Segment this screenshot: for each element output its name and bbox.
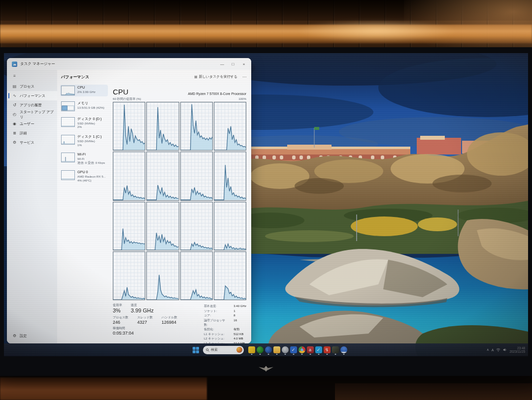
taskbar-app-red-square-app-icon[interactable]: a	[306, 345, 314, 355]
sidebar-item-settings[interactable]: ⚙ 設定	[7, 331, 57, 340]
startup-apps-icon: ◴	[12, 112, 17, 117]
cpu-stats: 使用率 3% 速度 3.99 GHz	[113, 303, 246, 341]
wifi-mini-graph	[61, 153, 75, 162]
taskbar: 検索 ✓a✓↯ ∧ A 23:48 2023/11/25	[4, 343, 528, 356]
titlebar[interactable]: タスク マネージャー — □ ×	[7, 58, 251, 70]
perf-card-wifi[interactable]: Wi-Fi Wi-Fi 送信: 0 受信: 0 Kbps	[60, 152, 108, 165]
cpu-core-graph-10[interactable]	[180, 202, 213, 250]
app-history-icon: ↺	[12, 103, 17, 107]
cpu-core-graph-15[interactable]	[214, 251, 246, 300]
sidebar-item-users[interactable]: ◉ ユーザー	[7, 119, 57, 128]
search-placeholder: 検索	[211, 347, 235, 352]
cpu-core-graph-9[interactable]	[146, 202, 179, 250]
cpu-core-graph-12[interactable]	[113, 251, 145, 300]
details-icon: ≣	[12, 131, 17, 135]
performance-list: CPU 2% 3.99 GHz メモリ	[57, 83, 108, 343]
taskbar-app-chrome-icon[interactable]	[298, 345, 306, 355]
sidebar-item-startup-apps[interactable]: ◴ スタートアップ アプリ	[7, 110, 57, 119]
monitor: タスク マネージャー — □ × ≡ ▤ プロセス	[0, 47, 532, 376]
start-button[interactable]	[192, 346, 200, 354]
graph-axis-label: 60 秒間の使用率 (%)	[113, 97, 141, 101]
clock-time: 23:48	[509, 346, 525, 350]
cpu-mini-graph	[61, 86, 75, 95]
task-manager-window: タスク マネージャー — □ × ≡ ▤ プロセス	[7, 58, 251, 343]
volume-icon[interactable]	[503, 348, 507, 352]
run-new-task-button[interactable]: ⊞ 新しいタスクを実行する	[194, 74, 237, 79]
taskbar-app-sticky-notes-icon[interactable]	[247, 345, 256, 355]
taskbar-app-file-explorer-icon[interactable]	[272, 345, 281, 355]
cpu-core-graph-1[interactable]	[146, 102, 179, 151]
close-button[interactable]: ×	[238, 59, 249, 69]
taskbar-app-red-bolt-app-icon[interactable]: ↯	[323, 345, 331, 355]
clock-date: 2023/11/25	[509, 350, 525, 353]
cpu-core-graph-8[interactable]	[113, 202, 145, 250]
taskbar-app-cyan-check-app-icon[interactable]: ✓	[314, 345, 323, 355]
photo-scene: タスク マネージャー — □ × ≡ ▤ プロセス	[0, 0, 532, 400]
stat-processes: プロセス数 246	[113, 315, 129, 325]
perf-card-disk0[interactable]: ディスク 0 (D:) SSD (NVMe) 2%	[60, 116, 108, 130]
taskbar-app-blue-check-app-icon[interactable]: ✓	[289, 345, 298, 355]
taskbar-app-steam-icon[interactable]	[264, 345, 272, 355]
cpu-core-graph-14[interactable]	[180, 251, 213, 300]
cpu-detail-pane: CPU AMD Ryzen 7 5700X 8-Core Processor 6…	[108, 83, 251, 343]
more-options-button[interactable]: ⋯	[242, 75, 246, 79]
minimize-button[interactable]: —	[217, 59, 228, 69]
perf-card-memory[interactable]: メモリ 13.5/31.9 GB (42%)	[60, 100, 108, 112]
task-manager-app-icon	[12, 62, 17, 67]
screen: タスク マネージャー — □ × ≡ ▤ プロセス	[4, 53, 528, 356]
search-daily-image	[236, 347, 242, 353]
memory-mini-graph	[61, 101, 75, 111]
cpu-core-graph-7[interactable]	[214, 152, 246, 200]
cpu-core-graph-2[interactable]	[180, 102, 213, 151]
window-title: タスク マネージャー	[20, 62, 55, 66]
disk1-mini-graph	[61, 135, 75, 145]
monitor-brand-logo	[256, 365, 276, 372]
sidebar-item-details[interactable]: ≣ 詳細	[7, 128, 57, 138]
taskbar-app-xbox-icon[interactable]	[256, 345, 264, 355]
stat-handles: ハンドル数 126984	[162, 315, 177, 325]
taskbar-app-grey-utility-icon[interactable]	[281, 345, 289, 355]
cpu-processor-name: AMD Ryzen 7 5700X 8-Core Processor	[188, 92, 246, 95]
cpu-core-graph-3[interactable]	[214, 102, 246, 151]
perf-card-cpu[interactable]: CPU 2% 3.99 GHz	[60, 85, 108, 96]
disk0-mini-graph	[61, 117, 75, 127]
cpu-core-graph-4[interactable]	[113, 152, 145, 200]
cpu-core-graph-6[interactable]	[180, 152, 213, 200]
graph-max-label: 100%	[238, 97, 246, 101]
ime-indicator[interactable]: A	[492, 348, 494, 352]
hamburger-icon: ≡	[12, 74, 17, 78]
stat-threads: スレッド数 4327	[137, 315, 153, 325]
hamburger-button[interactable]: ≡	[7, 71, 57, 81]
cpu-title: CPU	[113, 88, 129, 95]
perf-card-disk1[interactable]: ディスク 1 (C:) SSD (NVMe) 1%	[60, 134, 108, 148]
clock[interactable]: 23:48 2023/11/25	[509, 346, 525, 354]
sidebar: ≡ ▤ プロセス ∿ パフォーマンス ↺ アプリの履歴	[7, 70, 57, 343]
cpu-core-graph-11[interactable]	[214, 202, 246, 250]
performance-icon: ∿	[12, 93, 17, 98]
sidebar-item-services[interactable]: ⚙ サービス	[7, 138, 57, 147]
cpu-core-grid	[113, 102, 246, 300]
sidebar-item-processes[interactable]: ▤ プロセス	[7, 82, 57, 91]
cpu-core-graph-5[interactable]	[146, 152, 179, 200]
sidebar-item-performance[interactable]: ∿ パフォーマンス	[7, 91, 57, 100]
taskbar-app-people-app-icon[interactable]	[339, 345, 348, 355]
stat-uptime: 稼働時間 0:05:37:04	[113, 326, 134, 336]
wifi-icon[interactable]	[496, 348, 500, 352]
hidden-icons-chevron[interactable]: ∧	[487, 348, 489, 352]
settings-gear-icon: ⚙	[12, 334, 17, 338]
stat-utilization: 使用率 3%	[113, 303, 122, 314]
perf-card-gpu[interactable]: GPU 0 AMD Radeon RX 5... 4% (46°C)	[60, 169, 108, 183]
search-box[interactable]: 検索	[203, 346, 244, 354]
stat-speed: 速度 3.99 GHz	[131, 303, 154, 314]
taskbar-apps: ✓a✓↯	[247, 345, 348, 355]
processes-icon: ▤	[12, 84, 17, 89]
services-icon: ⚙	[12, 140, 17, 145]
maximize-button[interactable]: □	[228, 59, 238, 69]
taskbar-app-dark-app-icon[interactable]	[331, 345, 339, 355]
page-title: パフォーマンス	[61, 74, 89, 80]
cpu-core-graph-13[interactable]	[146, 251, 179, 300]
gpu-mini-graph	[61, 170, 75, 180]
users-icon: ◉	[12, 122, 17, 126]
cpu-core-graph-0[interactable]	[113, 102, 145, 151]
sidebar-item-app-history[interactable]: ↺ アプリの履歴	[7, 100, 57, 110]
